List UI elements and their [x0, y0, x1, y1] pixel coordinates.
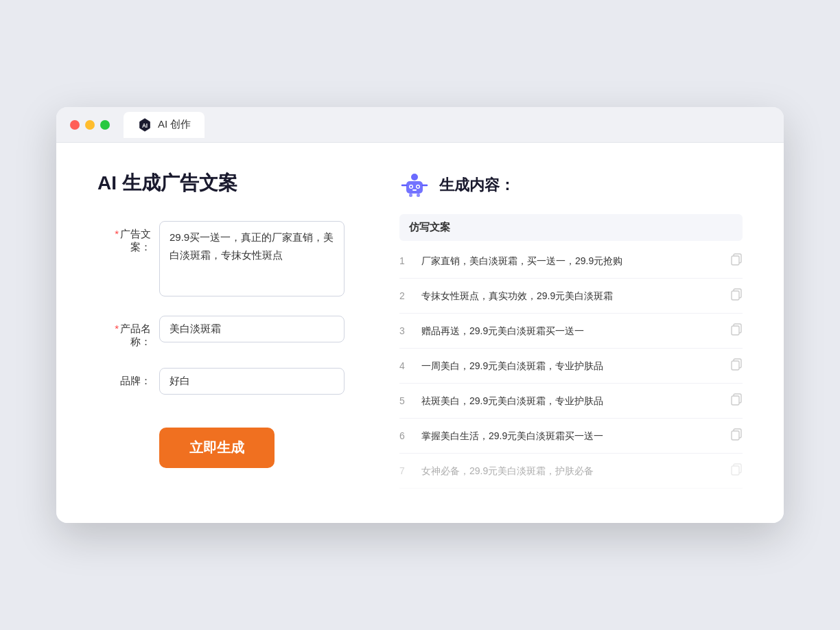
copy-icon[interactable] [730, 253, 743, 268]
brand-label: 品牌： [97, 368, 159, 388]
tab-label: AI 创作 [158, 118, 191, 131]
page-title: AI 生成广告文案 [97, 170, 345, 196]
required-star-1: * [115, 228, 119, 240]
main-content: AI 生成广告文案 *广告文案： 29.9买一送一，真正的厂家直销，美白淡斑霜，… [56, 143, 784, 523]
maximize-button[interactable] [100, 120, 110, 130]
svg-point-8 [410, 186, 412, 188]
row-number: 6 [399, 430, 421, 441]
svg-point-2 [411, 174, 418, 180]
ai-tab-icon: AI [137, 117, 152, 132]
copy-icon[interactable] [730, 358, 743, 373]
right-panel: 生成内容： 仿写文案 1厂家直销，美白淡斑霜，买一送一，29.9元抢购2专抹女性… [386, 170, 743, 489]
copy-icon[interactable] [730, 463, 743, 478]
svg-rect-14 [732, 256, 739, 265]
required-star-2: * [115, 323, 119, 334]
svg-rect-18 [732, 326, 739, 335]
result-header: 生成内容： [399, 170, 743, 200]
browser-titlebar: AI AI 创作 [56, 107, 784, 143]
traffic-lights [70, 120, 110, 130]
row-text: 专抹女性斑点，真实功效，29.9元美白淡斑霜 [421, 289, 725, 303]
row-text: 赠品再送，29.9元美白淡斑霜买一送一 [421, 324, 725, 338]
minimize-button[interactable] [85, 120, 95, 130]
row-number: 3 [399, 325, 421, 336]
product-name-group: *产品名称： 美白淡斑霜 [97, 316, 345, 349]
row-text: 祛斑美白，29.9元美白淡斑霜，专业护肤品 [421, 394, 725, 408]
ad-copy-label: *广告文案： [97, 221, 159, 254]
row-number: 1 [399, 255, 421, 266]
row-number: 2 [399, 290, 421, 301]
row-number: 5 [399, 395, 421, 406]
result-title: 生成内容： [439, 175, 515, 196]
row-number: 7 [399, 465, 421, 476]
row-text: 女神必备，29.9元美白淡斑霜，护肤必备 [421, 464, 725, 478]
ad-copy-textarea[interactable]: 29.9买一送一，真正的厂家直销，美白淡斑霜，专抹女性斑点 [159, 221, 345, 296]
generate-button[interactable]: 立即生成 [159, 428, 275, 468]
svg-rect-3 [406, 181, 423, 194]
row-text: 掌握美白生活，29.9元美白淡斑霜买一送一 [421, 429, 725, 443]
result-rows-container: 1厂家直销，美白淡斑霜，买一送一，29.9元抢购2专抹女性斑点，真实功效，29.… [399, 244, 743, 489]
svg-rect-10 [412, 189, 417, 191]
row-text: 厂家直销，美白淡斑霜，买一送一，29.9元抢购 [421, 254, 725, 268]
row-text: 一周美白，29.9元美白淡斑霜，专业护肤品 [421, 359, 725, 373]
svg-rect-22 [732, 396, 739, 405]
browser-window: AI AI 创作 AI 生成广告文案 *广告文案： 29.9买一送一，真正的厂家… [56, 107, 784, 523]
svg-point-9 [417, 186, 419, 188]
result-row: 5祛斑美白，29.9元美白淡斑霜，专业护肤品 [399, 384, 743, 419]
ad-copy-group: *广告文案： 29.9买一送一，真正的厂家直销，美白淡斑霜，专抹女性斑点 [97, 221, 345, 296]
row-number: 4 [399, 360, 421, 371]
svg-text:AI: AI [142, 122, 148, 128]
result-row: 6掌握美白生活，29.9元美白淡斑霜买一送一 [399, 419, 743, 454]
ai-tab[interactable]: AI AI 创作 [124, 112, 205, 138]
copy-icon[interactable] [730, 428, 743, 443]
svg-rect-4 [409, 194, 412, 197]
svg-rect-24 [732, 431, 739, 440]
svg-rect-26 [732, 466, 739, 475]
product-name-input[interactable]: 美白淡斑霜 [159, 316, 345, 342]
copy-icon[interactable] [730, 288, 743, 303]
copy-icon[interactable] [730, 393, 743, 408]
table-column-header: 仿写文案 [409, 221, 450, 233]
brand-group: 品牌： 好白 [97, 368, 345, 395]
result-row: 7女神必备，29.9元美白淡斑霜，护肤必备 [399, 454, 743, 489]
result-row: 3赠品再送，29.9元美白淡斑霜买一送一 [399, 314, 743, 349]
robot-icon [399, 170, 430, 200]
copy-icon[interactable] [730, 323, 743, 338]
table-header: 仿写文案 [399, 214, 743, 241]
brand-input[interactable]: 好白 [159, 368, 345, 395]
close-button[interactable] [70, 120, 80, 130]
product-name-label: *产品名称： [97, 316, 159, 349]
svg-rect-16 [732, 291, 739, 300]
left-panel: AI 生成广告文案 *广告文案： 29.9买一送一，真正的厂家直销，美白淡斑霜，… [97, 170, 386, 489]
result-row: 1厂家直销，美白淡斑霜，买一送一，29.9元抢购 [399, 244, 743, 279]
svg-rect-20 [732, 361, 739, 370]
result-row: 2专抹女性斑点，真实功效，29.9元美白淡斑霜 [399, 279, 743, 314]
result-row: 4一周美白，29.9元美白淡斑霜，专业护肤品 [399, 349, 743, 384]
svg-rect-5 [417, 194, 420, 197]
